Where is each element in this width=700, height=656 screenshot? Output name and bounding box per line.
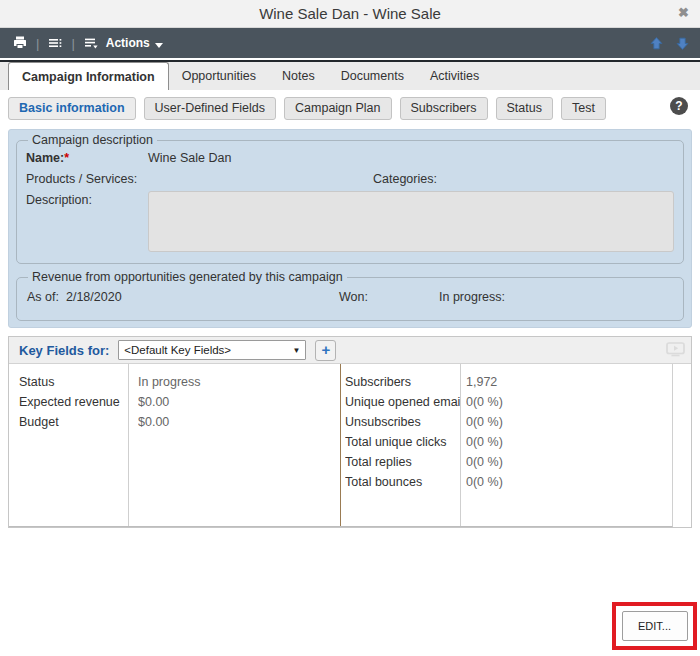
name-value: Wine Sale Dan	[148, 149, 231, 165]
caret-down-icon	[155, 34, 163, 52]
field-value: 0(0 %)	[466, 452, 672, 472]
revenue-group: Revenue from opportunities generated by …	[16, 270, 684, 321]
won-field: Won:	[339, 290, 368, 304]
products-services-label: Products / Services:	[26, 170, 148, 186]
revenue-legend: Revenue from opportunities generated by …	[28, 270, 347, 284]
campaign-description-legend: Campaign description	[28, 133, 157, 147]
video-tutorial-icon[interactable]	[666, 342, 685, 361]
field-label: Budget	[19, 412, 128, 432]
field-label: Unsubscribes	[345, 412, 460, 432]
toolbar-separator: |	[36, 36, 39, 51]
key-fields-table: Status Expected revenue Budget In progre…	[9, 364, 673, 527]
description-label: Description:	[26, 191, 148, 207]
field-value: 0(0 %)	[466, 472, 672, 492]
key-fields-header: Key Fields for: <Default Key Fields> ▼ +	[9, 337, 691, 364]
column-setup-icon[interactable]	[45, 33, 65, 53]
revenue-row: As of:2/18/2020 Won: In progress:	[26, 286, 674, 308]
select-caret-icon: ▼	[292, 346, 300, 355]
add-key-fields-button[interactable]: +	[315, 340, 336, 361]
campaign-description-group: Campaign description Name:* Wine Sale Da…	[16, 133, 684, 264]
field-label: Total unique clicks	[345, 432, 460, 452]
dialog-title: Wine Sale Dan - Wine Sale	[259, 5, 441, 22]
categories-label: Categories:	[373, 170, 437, 186]
field-label: Total replies	[345, 452, 460, 472]
tab-documents[interactable]: Documents	[328, 62, 417, 90]
subtab-subscribers[interactable]: Subscribers	[400, 97, 488, 120]
subtab-user-defined-fields[interactable]: User-Defined Fields	[144, 97, 276, 120]
key-fields-left-values: In progress $0.00 $0.00	[129, 364, 340, 526]
subtab-bar: Basic information User-Defined Fields Ca…	[0, 90, 700, 129]
description-row: Description:	[26, 191, 674, 252]
campaign-info-panel: Campaign description Name:* Wine Sale Da…	[8, 129, 692, 328]
in-progress-field: In progress:	[439, 290, 505, 304]
edit-button[interactable]: EDIT...	[622, 611, 688, 641]
field-value: $0.00	[138, 412, 340, 432]
next-entry-icon[interactable]	[674, 35, 690, 51]
field-label: Status	[19, 372, 128, 392]
key-fields-right-values: 1,972 0(0 %) 0(0 %) 0(0 %) 0(0 %) 0(0 %)	[461, 364, 672, 526]
as-of-field: As of:2/18/2020	[27, 290, 122, 304]
required-asterisk: *	[64, 151, 69, 165]
field-value: 1,972	[466, 372, 672, 392]
tab-bar: Campaign Information Opportunities Notes…	[0, 60, 700, 90]
field-label: Unique opened emails	[345, 392, 460, 412]
toolbar-nav-group	[648, 35, 690, 51]
key-fields-left-half: Status Expected revenue Budget In progre…	[9, 364, 341, 526]
previous-entry-icon[interactable]	[648, 35, 664, 51]
toolbar: | | Ac	[0, 28, 700, 58]
actions-list-icon	[81, 33, 101, 53]
products-categories-row: Products / Services: Categories:	[26, 170, 674, 191]
tab-opportunities[interactable]: Opportunities	[169, 62, 269, 90]
subtab-test[interactable]: Test	[561, 97, 606, 120]
field-value: 0(0 %)	[466, 432, 672, 452]
key-fields-right-half: Subscribers Unique opened emails Unsubsc…	[341, 364, 672, 526]
help-icon[interactable]: ?	[670, 97, 688, 115]
field-value: 0(0 %)	[466, 392, 672, 412]
tab-campaign-information[interactable]: Campaign Information	[8, 62, 169, 90]
in-progress-label: In progress:	[439, 290, 505, 304]
content-area: Campaign description Name:* Wine Sale Da…	[0, 129, 700, 528]
edit-highlight-annotation: EDIT...	[612, 602, 697, 650]
print-icon[interactable]	[10, 33, 30, 53]
name-label: Name:*	[26, 149, 148, 165]
close-icon[interactable]: ✖	[678, 5, 689, 21]
actions-label: Actions	[106, 36, 150, 50]
key-fields-left-labels: Status Expected revenue Budget	[9, 364, 129, 526]
field-value: $0.00	[138, 392, 340, 412]
name-row: Name:* Wine Sale Dan	[26, 149, 674, 170]
key-fields-select[interactable]: <Default Key Fields> ▼	[118, 340, 306, 360]
key-fields-section: Key Fields for: <Default Key Fields> ▼ +	[8, 336, 692, 528]
as-of-label: As of:	[27, 290, 59, 304]
field-label: Expected revenue	[19, 392, 128, 412]
field-label: Total bounces	[345, 472, 460, 492]
description-field[interactable]	[148, 191, 674, 252]
key-fields-selected-option: <Default Key Fields>	[124, 344, 231, 356]
field-label: Subscribers	[345, 372, 460, 392]
actions-button[interactable]: Actions	[81, 33, 163, 53]
subtab-basic-information[interactable]: Basic information	[8, 97, 136, 120]
toolbar-separator: |	[71, 36, 74, 51]
titlebar: Wine Sale Dan - Wine Sale ✖	[0, 0, 700, 28]
campaign-dialog: Wine Sale Dan - Wine Sale ✖ | |	[0, 0, 700, 656]
won-label: Won:	[339, 290, 368, 304]
key-fields-title: Key Fields for:	[19, 343, 109, 358]
tab-notes[interactable]: Notes	[269, 62, 328, 90]
as-of-value: 2/18/2020	[66, 290, 122, 304]
subtab-status[interactable]: Status	[496, 97, 553, 120]
subtab-campaign-plan[interactable]: Campaign Plan	[284, 97, 391, 120]
tab-activities[interactable]: Activities	[417, 62, 492, 90]
field-value: 0(0 %)	[466, 412, 672, 432]
field-value: In progress	[138, 372, 340, 392]
key-fields-right-labels: Subscribers Unique opened emails Unsubsc…	[341, 364, 461, 526]
